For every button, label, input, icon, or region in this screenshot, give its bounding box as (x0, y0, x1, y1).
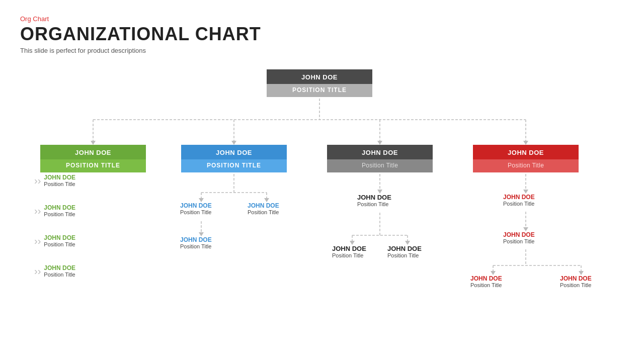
svg-marker-8 (377, 141, 382, 145)
svg-marker-29 (523, 227, 528, 231)
green-child-3-title: Position Title (44, 241, 75, 247)
green-child-4-title: Position Title (44, 272, 75, 278)
gray-child-2-name: JOHN DOE (332, 245, 366, 252)
blue-child-3-name: JOHN DOE (180, 236, 212, 243)
green-child-4-name: JOHN DOE (44, 264, 75, 272)
red-child-1-name: JOHN DOE (503, 194, 535, 201)
green-child-1: ›› JOHN DOE Position Title (34, 174, 75, 187)
blue-child-2-title: Position Title (248, 209, 279, 215)
gray-child-1-name: JOHN DOE (357, 194, 391, 201)
l1-blue-title: POSITION TITLE (181, 159, 287, 172)
red-child-3-title: Position Title (470, 282, 502, 288)
l1-green-name: JOHN DOE (40, 145, 146, 159)
svg-marker-15 (264, 198, 269, 202)
main-title: ORGANIZATIONAL CHART (20, 24, 624, 45)
green-child-2-name: JOHN DOE (44, 204, 75, 211)
red-child-2-name: JOHN DOE (503, 231, 535, 238)
svg-marker-7 (231, 141, 236, 145)
gray-child-1: JOHN DOE Position Title (357, 194, 391, 207)
svg-marker-6 (91, 141, 96, 145)
blue-child-3-title: Position Title (180, 243, 212, 249)
green-child-2-title: Position Title (44, 211, 75, 217)
root-title: POSITION TITLE (267, 84, 372, 97)
gray-child-3-name: JOHN DOE (387, 245, 422, 252)
svg-marker-27 (523, 190, 528, 194)
root-box: JOHN DOE POSITION TITLE (267, 69, 372, 97)
svg-marker-14 (199, 198, 204, 202)
svg-marker-17 (199, 232, 204, 236)
svg-marker-34 (491, 271, 496, 275)
l1-green-title: POSITION TITLE (40, 159, 146, 172)
red-child-2-title: Position Title (503, 238, 535, 244)
l1-red-title: Position Title (473, 159, 579, 172)
l1-green-box: JOHN DOE POSITION TITLE (40, 145, 146, 172)
page: Org Chart ORGANIZATIONAL CHART This slid… (0, 0, 644, 362)
green-child-3: ›› JOHN DOE Position Title (34, 234, 75, 247)
blue-child-2: JOHN DOE Position Title (248, 202, 279, 215)
green-child-1-title: Position Title (44, 181, 75, 187)
svg-marker-19 (377, 190, 382, 194)
green-child-2: ›› JOHN DOE Position Title (34, 204, 75, 217)
blue-child-3: JOHN DOE Position Title (180, 236, 212, 249)
l1-gray-box: JOHN DOE Position Title (327, 145, 433, 172)
red-child-1: JOHN DOE Position Title (503, 194, 535, 207)
l1-red-name: JOHN DOE (473, 145, 579, 159)
dashed-arrow-4: ›› (34, 265, 41, 277)
blue-child-2-name: JOHN DOE (248, 202, 279, 209)
dashed-arrow-3: ›› (34, 235, 41, 247)
dashed-arrow-2: ›› (34, 205, 41, 217)
blue-child-1-title: Position Title (180, 209, 212, 215)
red-child-2: JOHN DOE Position Title (503, 231, 535, 244)
blue-child-1-name: JOHN DOE (180, 202, 212, 209)
l1-blue-box: JOHN DOE POSITION TITLE (181, 145, 287, 172)
l1-gray-title: Position Title (327, 159, 433, 172)
blue-child-1: JOHN DOE Position Title (180, 202, 212, 215)
red-child-4: JOHN DOE Position Title (560, 275, 592, 288)
subtitle: This slide is perfect for product descri… (20, 47, 624, 54)
root-name: JOHN DOE (267, 69, 372, 84)
svg-marker-24 (350, 241, 355, 245)
gray-child-1-title: Position Title (357, 201, 391, 207)
gray-child-3-title: Position Title (387, 252, 422, 258)
red-child-1-title: Position Title (503, 201, 535, 207)
green-child-1-name: JOHN DOE (44, 174, 75, 181)
tag-label: Org Chart (20, 15, 624, 23)
chart-area: JOHN DOE POSITION TITLE JOHN DOE POSITIO… (20, 64, 624, 346)
l1-blue-name: JOHN DOE (181, 145, 287, 159)
l1-red-box: JOHN DOE Position Title (473, 145, 579, 172)
red-child-3: JOHN DOE Position Title (470, 275, 502, 288)
gray-child-2: JOHN DOE Position Title (332, 245, 366, 258)
green-child-4: ›› JOHN DOE Position Title (34, 264, 75, 278)
red-child-4-title: Position Title (560, 282, 592, 288)
l1-gray-name: JOHN DOE (327, 145, 433, 159)
svg-marker-25 (405, 241, 410, 245)
dashed-arrow-1: ›› (34, 175, 41, 187)
green-child-3-name: JOHN DOE (44, 234, 75, 241)
svg-marker-9 (523, 141, 528, 145)
gray-child-2-title: Position Title (332, 252, 366, 258)
red-child-3-name: JOHN DOE (470, 275, 502, 282)
red-child-4-name: JOHN DOE (560, 275, 592, 282)
gray-child-3: JOHN DOE Position Title (387, 245, 422, 258)
svg-marker-35 (579, 271, 584, 275)
